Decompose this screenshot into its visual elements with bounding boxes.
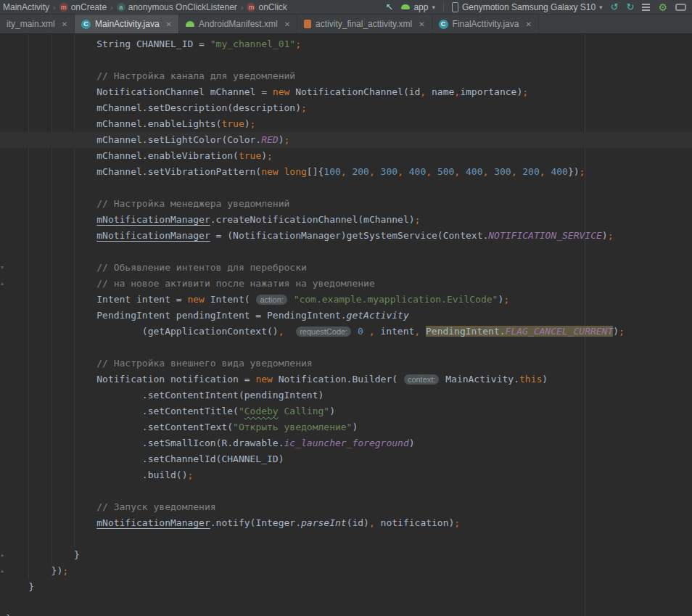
code-line[interactable] [0, 531, 692, 547]
code-line[interactable]: mChannel.setVibrationPattern(new long[]{… [0, 164, 692, 180]
tab-ity_main.xml[interactable]: ity_main.xml✕ [0, 15, 75, 33]
fold-marker-icon[interactable]: ▴ [1, 281, 4, 287]
top-toolbar: MainActivity›monCreate›aanonymous OnClic… [0, 0, 692, 15]
fold-marker-icon[interactable]: ▾ [1, 265, 4, 271]
close-icon[interactable]: ✕ [166, 20, 172, 28]
code-line[interactable]: mChannel.setLightColor(Color.RED); [0, 132, 692, 148]
breadcrumb-label: MainActivity [3, 2, 49, 12]
breadcrumb-item[interactable]: monClick [245, 2, 288, 12]
tab-label: MainActivity.java [95, 19, 159, 29]
phone-icon [452, 2, 458, 12]
code-line[interactable]: .setContentIntent(pendingIntent) [0, 387, 692, 403]
code-line[interactable]: // Настройка канала для уведомлений [0, 68, 692, 84]
close-icon[interactable]: ✕ [419, 20, 424, 28]
code-line[interactable]: } [0, 547, 692, 563]
tab-activity_final_acttivity.xml[interactable]: activity_final_acttivity.xml✕ [297, 15, 432, 33]
class-file-icon: C [81, 20, 91, 29]
code-line[interactable]: .build(); [0, 467, 692, 483]
code-line[interactable]: // Обьявление интентов для переброски [0, 260, 692, 276]
breadcrumb-item[interactable]: aanonymous OnClickListener [115, 2, 239, 12]
code-line[interactable]: mNotificationManager.notify(Integer.pars… [0, 515, 692, 531]
code-line[interactable]: mNotificationManager.createNotificationC… [0, 212, 692, 228]
tab-MainActivity.java[interactable]: CMainActivity.java✕ [75, 15, 179, 33]
logcat-icon[interactable] [642, 4, 650, 11]
refresh-icon[interactable]: ↺ [611, 2, 619, 12]
device-label: Genymotion Samsung Galaxy S10 [462, 2, 596, 12]
code-line[interactable]: String CHANNEL_ID = "my_channel_01"; [0, 36, 692, 52]
code-line[interactable] [0, 595, 692, 611]
fold-marker-icon[interactable]: ▴ [1, 568, 4, 574]
android-file-icon [186, 21, 194, 27]
code-line[interactable] [0, 340, 692, 356]
code-line[interactable]: mChannel.setDescription(description); [0, 100, 692, 116]
fold-marker-icon[interactable]: ▴ [1, 552, 4, 558]
close-icon[interactable]: ✕ [62, 20, 67, 28]
toolbar-right: ↖ app ▾ Genymotion Samsung Galaxy S10 ▾ … [386, 2, 686, 12]
code-line[interactable] [0, 244, 692, 260]
breadcrumb-separator: › [53, 3, 56, 12]
code-line[interactable]: } [0, 611, 692, 616]
code-line[interactable]: // Настройка внешнего вида уведомления [0, 356, 692, 371]
code-line[interactable]: .setContentText("Открыть уведомление") [0, 419, 692, 435]
tab-label: ity_main.xml [7, 19, 55, 29]
close-icon[interactable]: ✕ [525, 20, 531, 28]
code-line[interactable]: mChannel.enableLights(true); [0, 116, 692, 132]
code-area[interactable]: String CHANNEL_ID = "my_channel_01"; // … [0, 34, 692, 616]
breadcrumb-separator: › [110, 3, 113, 12]
code-line[interactable]: mNotificationManager = (NotificationMana… [0, 228, 692, 244]
tab-AndroidManifest.xml[interactable]: AndroidManifest.xml✕ [179, 15, 297, 33]
editor-tab-bar: ity_main.xml✕CMainActivity.java✕AndroidM… [0, 15, 692, 34]
settings-gear-icon[interactable]: ⚙ [658, 2, 667, 12]
breadcrumb-separator: › [241, 3, 244, 12]
code-line[interactable]: .setContentTitle("Codeby Calling") [0, 403, 692, 419]
run-config-label: app [413, 2, 428, 12]
tab-label: AndroidManifest.xml [199, 19, 278, 29]
code-line[interactable]: // Запуск уведомления [0, 499, 692, 515]
breadcrumb-label: onCreate [71, 2, 107, 12]
class-file-icon: C [439, 20, 448, 29]
chevron-down-icon: ▾ [432, 4, 435, 11]
tab-FinalActtivity.java[interactable]: CFinalActtivity.java✕ [432, 15, 539, 33]
method-icon: m [59, 3, 68, 12]
code-line[interactable]: Notification notification = new Notifica… [0, 371, 692, 387]
restart-icon[interactable]: ↻ [627, 2, 635, 12]
code-line[interactable] [0, 180, 692, 196]
close-icon[interactable]: ✕ [284, 20, 290, 28]
code-line[interactable]: PendingIntent pendingIntent = PendingInt… [0, 308, 692, 324]
code-line[interactable]: (getApplicationContext(), requestCode: 0… [0, 324, 692, 340]
breadcrumb: MainActivity›monCreate›aanonymous OnClic… [1, 2, 289, 12]
device-controls-icon[interactable] [675, 4, 686, 11]
code-line[interactable]: // Настройка менеджера уведомлений [0, 196, 692, 212]
code-line[interactable]: NotificationChannel mChannel = new Notif… [0, 84, 692, 100]
cursor-icon[interactable]: ↖ [386, 2, 394, 12]
chevron-down-icon: ▾ [599, 4, 603, 11]
tab-label: activity_final_acttivity.xml [316, 19, 412, 29]
code-line[interactable]: } [0, 579, 692, 595]
run-config-selector[interactable]: app ▾ [401, 2, 435, 12]
code-line[interactable]: Intent intent = new Intent( action: "com… [0, 292, 692, 308]
code-line[interactable]: }); [0, 563, 692, 579]
breadcrumb-label: anonymous OnClickListener [128, 2, 237, 12]
method-icon: m [247, 3, 255, 12]
code-editor[interactable]: String CHANNEL_ID = "my_channel_01"; // … [0, 34, 692, 616]
code-line[interactable] [0, 483, 692, 499]
code-line[interactable]: // на новое активити после нажатия на ув… [0, 276, 692, 292]
breadcrumb-label: onClick [258, 2, 287, 12]
device-selector[interactable]: Genymotion Samsung Galaxy S10 ▾ [452, 2, 603, 12]
code-line[interactable] [0, 52, 692, 68]
anonymous-class-icon: a [117, 3, 125, 12]
android-icon [401, 4, 410, 9]
code-line[interactable]: .setChannelId(CHANNEL_ID) [0, 451, 692, 467]
breadcrumb-item[interactable]: MainActivity [1, 2, 51, 12]
code-line[interactable]: mChannel.enableVibration(true); [0, 148, 692, 164]
tab-label: FinalActtivity.java [453, 19, 519, 29]
breadcrumb-item[interactable]: monCreate [58, 2, 108, 12]
code-line[interactable]: .setSmallIcon(R.drawable.ic_launcher_for… [0, 435, 692, 451]
layout-file-icon [304, 20, 311, 28]
ide-window: MainActivity›monCreate›aanonymous OnClic… [0, 0, 692, 616]
toolbar-separator [443, 2, 444, 12]
